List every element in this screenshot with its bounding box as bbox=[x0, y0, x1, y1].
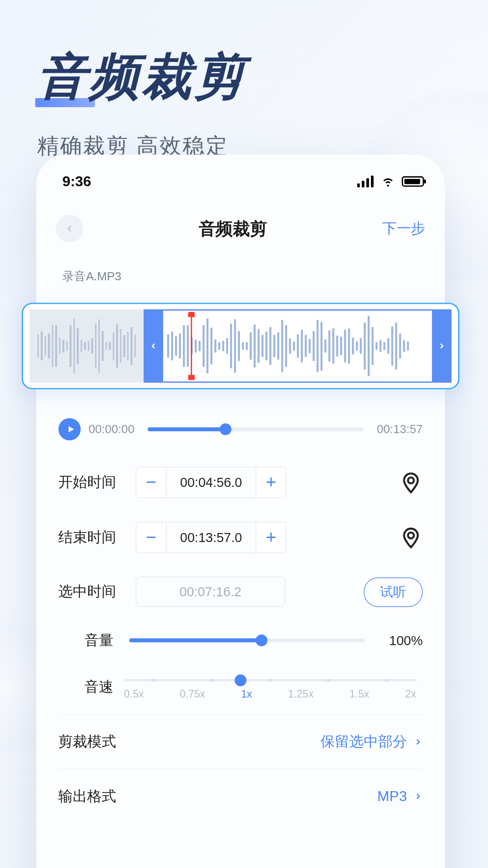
chevron-right-icon bbox=[413, 737, 422, 746]
svg-point-1 bbox=[408, 477, 414, 483]
signal-icon bbox=[357, 175, 375, 187]
crop-mode-label: 剪裁模式 bbox=[58, 732, 116, 752]
speed-option[interactable]: 0.5x bbox=[124, 688, 144, 700]
end-time-minus[interactable]: − bbox=[136, 522, 167, 552]
back-button[interactable] bbox=[56, 215, 84, 242]
speed-option[interactable]: 1.25x bbox=[288, 688, 314, 700]
end-time-value[interactable]: 00:13:57.0 bbox=[167, 530, 256, 545]
end-time-stepper: − 00:13:57.0 + bbox=[136, 522, 286, 553]
speed-option[interactable]: 2x bbox=[405, 688, 416, 700]
waveform-editor[interactable] bbox=[22, 303, 460, 389]
start-time-label: 开始时间 bbox=[58, 472, 136, 492]
speed-option[interactable]: 0.75x bbox=[179, 688, 205, 700]
file-name: 录音A.MP3 bbox=[36, 250, 445, 291]
crop-mode-row[interactable]: 剪裁模式 保留选中部分 bbox=[56, 718, 426, 766]
play-button[interactable] bbox=[58, 418, 80, 440]
end-time-label: 结束时间 bbox=[58, 528, 136, 547]
selected-time-value: 00:07:16.2 bbox=[136, 577, 285, 607]
volume-slider[interactable] bbox=[129, 638, 365, 642]
output-format-row[interactable]: 输出格式 MP3 bbox=[56, 772, 426, 821]
speed-option[interactable]: 1.5x bbox=[349, 688, 369, 700]
status-time: 9:36 bbox=[62, 173, 91, 190]
playhead[interactable] bbox=[191, 313, 192, 379]
svg-marker-0 bbox=[68, 426, 74, 433]
output-format-value: MP3 bbox=[377, 788, 407, 805]
next-button[interactable]: 下一步 bbox=[382, 219, 426, 238]
playback-current: 00:00:00 bbox=[89, 422, 135, 436]
start-time-stepper: − 00:04:56.0 + bbox=[136, 467, 286, 498]
phone-mockup: 9:36 音频裁剪 下一步 录音A.MP3 bbox=[36, 155, 445, 868]
speed-option[interactable]: 1x bbox=[241, 688, 252, 700]
preview-button[interactable]: 试听 bbox=[364, 577, 423, 607]
end-time-plus[interactable]: + bbox=[256, 522, 286, 552]
volume-value: 100% bbox=[377, 633, 423, 648]
locate-start-icon[interactable] bbox=[399, 471, 422, 494]
waveform-unselected bbox=[30, 309, 144, 382]
playback-slider[interactable] bbox=[148, 427, 364, 431]
battery-icon bbox=[402, 176, 424, 187]
page-title: 音频裁剪 bbox=[199, 217, 267, 240]
status-bar: 9:36 bbox=[36, 170, 445, 202]
selected-time-label: 选中时间 bbox=[58, 582, 136, 602]
speed-slider[interactable]: 0.5x0.75x1x1.25x1.5x2x bbox=[124, 674, 416, 700]
volume-label: 音量 bbox=[58, 631, 117, 651]
trim-handle-right[interactable] bbox=[432, 309, 452, 382]
output-format-label: 输出格式 bbox=[58, 787, 116, 807]
hero-title: 音频裁剪 bbox=[37, 43, 247, 111]
trim-handle-left[interactable] bbox=[144, 309, 164, 382]
crop-mode-value: 保留选中部分 bbox=[320, 732, 407, 752]
speed-label: 音速 bbox=[58, 677, 117, 697]
start-time-minus[interactable]: − bbox=[136, 467, 167, 498]
playback-total: 00:13:57 bbox=[377, 422, 423, 436]
start-time-value[interactable]: 00:04:56.0 bbox=[167, 475, 256, 490]
start-time-plus[interactable]: + bbox=[256, 467, 286, 498]
chevron-right-icon bbox=[413, 792, 422, 801]
locate-end-icon[interactable] bbox=[399, 526, 422, 549]
wifi-icon bbox=[381, 175, 395, 187]
waveform-selected[interactable] bbox=[163, 309, 432, 382]
svg-point-2 bbox=[408, 533, 414, 538]
